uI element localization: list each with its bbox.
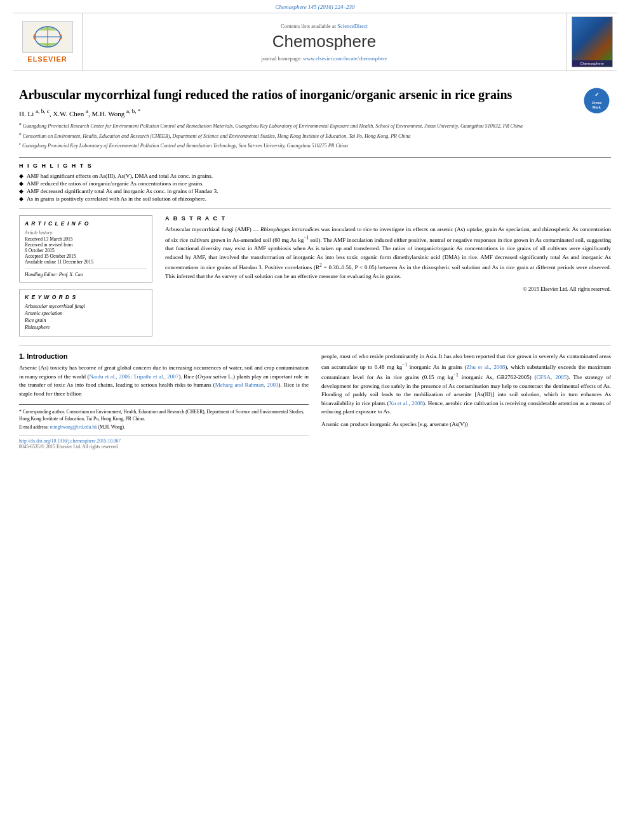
footnote-section: * Corresponding author. Consortium on En… [19, 404, 309, 431]
article-info-title: A R T I C L E I N F O [25, 220, 147, 227]
journal-cover-section: Chemosphere [566, 13, 617, 70]
right-column: A B S T R A C T Arbuscular mycorrhizal f… [165, 215, 611, 337]
intro-section-title: 1. Introduction [19, 352, 309, 360]
footnote-email: E-mail address: minghwong@ied.edu.hk (M.… [19, 424, 309, 431]
available-date: Available online 11 December 2015 [25, 259, 147, 265]
revised-date: 6 October 2015 [25, 248, 147, 253]
highlights-title: H I G H L I G H T S [19, 163, 611, 169]
homepage-line: journal homepage: www.elsevier.com/locat… [261, 55, 387, 62]
bullet-1: ◆ [19, 173, 23, 179]
cfsa-ref[interactable]: CFSA, 2005 [537, 374, 567, 380]
copyright-line: © 2015 Elsevier Ltd. All rights reserved… [165, 286, 611, 292]
intro-two-col: 1. Introduction Arsenic (As) toxicity ha… [19, 352, 611, 450]
highlights-section: H I G H L I G H T S ◆ AMF had significan… [19, 157, 611, 209]
affiliation-a-text: Guangdong Provincial Research Center for… [23, 123, 523, 128]
highlight-text-2: AMF reduced the ratios of inorganic/orga… [27, 180, 204, 187]
introduction-section: 1. Introduction Arsenic (As) toxicity ha… [19, 345, 611, 450]
abstract-text: Arbuscular mycorrhizal fungi (AMF) — Rhi… [165, 225, 611, 281]
contents-text: Contents lists available at [281, 23, 336, 29]
highlight-text-3: AMF decreased significantly total As and… [27, 188, 218, 194]
keywords-title: K E Y W O R D S [25, 294, 147, 300]
highlight-item-3: ◆ AMF decreased significantly total As a… [19, 188, 611, 194]
rights-text: 0045-6535/© 2015 Elsevier Ltd. All right… [19, 444, 309, 450]
journal-reference: Chemosphere 145 (2016) 224–230 [0, 0, 630, 13]
main-content: Arbuscular mycorrhizal fungi reduced the… [0, 71, 630, 456]
journal-header-center: Contents lists available at ScienceDirec… [83, 13, 566, 70]
bullet-3: ◆ [19, 188, 23, 194]
keyword-2: Arsenic speciation [25, 310, 147, 316]
elsevier-wordmark: ELSEVIER [27, 55, 67, 63]
contents-line: Contents lists available at ScienceDirec… [281, 23, 368, 29]
xu-ref[interactable]: Xu et al., 2008 [389, 400, 423, 406]
keywords-box: K E Y W O R D S Arbuscular mycorrhizal f… [19, 289, 152, 337]
intro-col-left: 1. Introduction Arsenic (As) toxicity ha… [19, 352, 309, 450]
journal-ref-text: Chemosphere 145 (2016) 224–230 [276, 4, 355, 10]
homepage-link[interactable]: www.elsevier.com/locate/chemosphere [303, 55, 387, 62]
journal-cover-image: Chemosphere [572, 17, 613, 67]
naidu-ref[interactable]: Naidu et al., 2006; Tripathi et al., 200… [89, 373, 178, 380]
elsevier-graphic [22, 21, 73, 53]
elsevier-logo-section: ELSEVIER [13, 13, 83, 70]
article-info-box: A R T I C L E I N F O Article history: R… [19, 215, 152, 283]
intro-para-3: Arsenic can produce inorganic As species… [321, 420, 611, 429]
cover-title-text: Chemosphere [572, 60, 612, 67]
highlight-item-4: ◆ As in grains is positively correlated … [19, 196, 611, 202]
article-info-abstract-section: A R T I C L E I N F O Article history: R… [19, 215, 611, 337]
zhu-ref[interactable]: Zhu et al., 2008 [467, 364, 506, 370]
abstract-title: A B S T R A C T [165, 215, 611, 222]
authors-line: H. Li a, b, c, X.W. Chen a, M.H. Wong a,… [19, 108, 611, 117]
journal-name-display: Chemosphere [272, 32, 376, 51]
history-label: Article history: [25, 230, 147, 236]
intro-para-1: Arsenic (As) toxicity has become of grea… [19, 364, 309, 398]
svg-text:Cross: Cross [592, 101, 602, 105]
intro-col-right: people, most of who reside predominantly… [321, 352, 611, 450]
elsevier-logo: ELSEVIER [22, 21, 73, 63]
highlight-item-2: ◆ AMF reduced the ratios of inorganic/or… [19, 180, 611, 187]
highlight-text-4: As in grains is positively correlated wi… [27, 196, 206, 202]
journal-header: ELSEVIER Contents lists available at Sci… [13, 13, 617, 71]
left-column: A R T I C L E I N F O Article history: R… [19, 215, 152, 337]
email-link[interactable]: minghwong@ied.edu.hk [50, 424, 97, 430]
highlight-item-1: ◆ AMF had significant effects on As(III)… [19, 173, 611, 179]
footnote-corresponding: * Corresponding author. Consortium on En… [19, 409, 309, 422]
revised-label: Received in revised form [25, 242, 147, 248]
highlight-text-1: AMF had significant effects on As(III), … [27, 173, 213, 179]
affiliation-a: a Guangdong Provincial Research Center f… [19, 121, 611, 130]
crossmark-badge[interactable]: ✓ Cross Mark [582, 86, 611, 115]
intro-para-2: people, most of who reside predominantly… [321, 352, 611, 417]
affiliation-b-text: Consortium on Environment, Health, Educa… [23, 133, 411, 138]
science-direct-link[interactable]: ScienceDirect [337, 23, 368, 29]
keyword-3: Rice grain [25, 317, 147, 323]
bottom-bar: http://dx.doi.org/10.1016/j.chemosphere.… [19, 435, 309, 450]
article-title: Arbuscular mycorrhizal fungi reduced the… [19, 86, 611, 103]
homepage-text: journal homepage: [261, 55, 302, 62]
keyword-1: Arbuscular mycorrhizal fungi [25, 303, 147, 309]
received-date: Received 13 March 2015 [25, 236, 147, 242]
affiliation-c: c Guangdong Provincial Key Laboratory of… [19, 141, 611, 149]
accepted-date: Accepted 15 October 2015 [25, 253, 147, 259]
page-wrapper: Chemosphere 145 (2016) 224–230 [0, 0, 630, 456]
affiliation-b: b Consortium on Environment, Health, Edu… [19, 131, 611, 140]
affiliation-c-text: Guangdong Provincial Key Laboratory of E… [22, 143, 348, 149]
email-name: (M.H. Wong). [98, 424, 125, 430]
meharg-ref[interactable]: Meharg and Rahman, 2003 [215, 382, 279, 388]
svg-text:✓: ✓ [594, 91, 600, 98]
article-title-text: Arbuscular mycorrhizal fungi reduced the… [19, 88, 512, 102]
svg-text:Mark: Mark [593, 105, 601, 109]
bullet-4: ◆ [19, 196, 23, 202]
doi-link[interactable]: http://dx.doi.org/10.1016/j.chemosphere.… [19, 438, 309, 444]
doi-text: http://dx.doi.org/10.1016/j.chemosphere.… [19, 438, 121, 444]
bullet-2: ◆ [19, 180, 23, 187]
handling-editor: Handling Editor: Prof. X. Cao [25, 269, 147, 277]
keyword-4: Rhizosphere [25, 324, 147, 330]
